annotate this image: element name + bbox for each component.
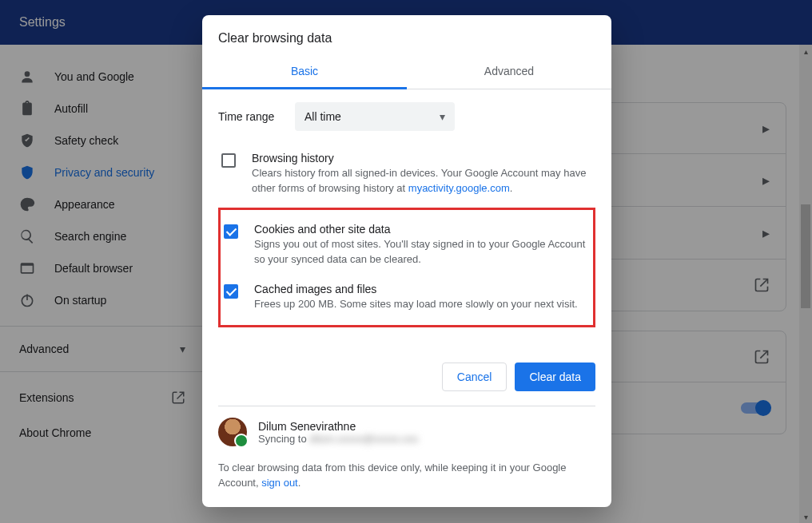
dialog-title: Clear browsing data bbox=[202, 15, 611, 55]
checkbox-cookies[interactable] bbox=[224, 224, 238, 239]
option-cached-images: Cached images and files Frees up 200 MB.… bbox=[224, 275, 590, 320]
time-range-label: Time range bbox=[218, 110, 282, 123]
chevron-down-icon: ▾ bbox=[440, 110, 445, 123]
option-description: Frees up 200 MB. Some sites may load mor… bbox=[254, 297, 578, 312]
account-name: Dilum Senevirathne bbox=[258, 420, 418, 433]
option-title: Cookies and other site data bbox=[254, 223, 590, 236]
time-range-row: Time range All time ▾ bbox=[202, 89, 611, 144]
clear-data-button[interactable]: Clear data bbox=[515, 363, 595, 391]
myactivity-link[interactable]: myactivity.google.com bbox=[408, 182, 510, 194]
option-title: Cached images and files bbox=[254, 283, 578, 295]
option-description: Signs you out of most sites. You'll stay… bbox=[254, 237, 590, 267]
cancel-button[interactable]: Cancel bbox=[442, 363, 508, 391]
dialog-tabs: Basic Advanced bbox=[202, 55, 611, 89]
option-browsing-history: Browsing history Clears history from all… bbox=[221, 144, 595, 204]
clear-data-options: Browsing history Clears history from all… bbox=[202, 144, 611, 327]
option-description: Clears history from all signed-in device… bbox=[252, 166, 595, 196]
sync-account-row: Dilum Senevirathne Syncing to dilum.xxxx… bbox=[218, 406, 595, 458]
time-range-value: All time bbox=[304, 110, 341, 123]
checkbox-browsing-history[interactable] bbox=[221, 153, 236, 168]
tab-advanced[interactable]: Advanced bbox=[407, 55, 611, 89]
option-title: Browsing history bbox=[252, 152, 595, 164]
time-range-select[interactable]: All time ▾ bbox=[295, 102, 455, 131]
checkbox-cached-images[interactable] bbox=[224, 284, 238, 299]
tab-basic[interactable]: Basic bbox=[202, 55, 407, 89]
account-sync-status: Syncing to dilum.xxxxx@xxxxx.xxx bbox=[258, 433, 418, 445]
option-cookies: Cookies and other site data Signs you ou… bbox=[224, 215, 590, 275]
sign-out-link[interactable]: sign out bbox=[261, 477, 298, 489]
clear-browsing-data-dialog: Clear browsing data Basic Advanced Time … bbox=[202, 15, 611, 507]
highlight-annotation: Cookies and other site data Signs you ou… bbox=[218, 208, 595, 328]
dialog-footer-note: To clear browsing data from this device … bbox=[202, 458, 611, 507]
dialog-actions: Cancel Clear data bbox=[202, 355, 611, 406]
avatar bbox=[218, 418, 247, 446]
